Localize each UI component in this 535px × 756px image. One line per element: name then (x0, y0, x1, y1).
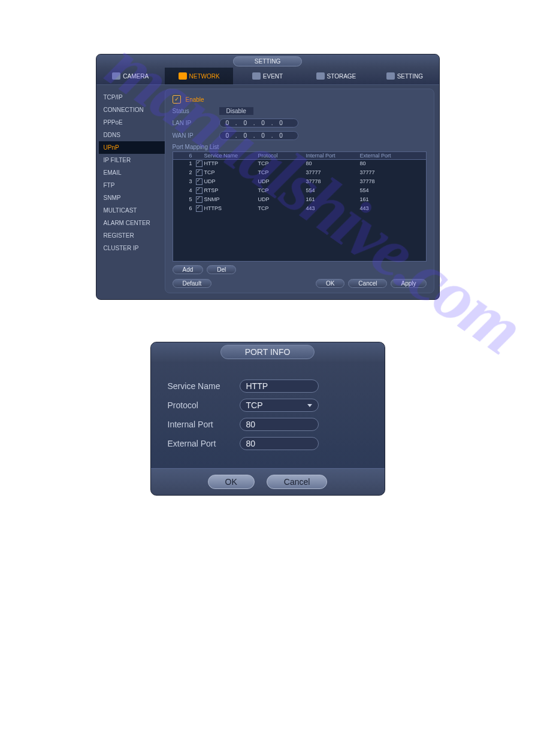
table-row[interactable]: 6HTTPSTCP443443 (173, 205, 426, 214)
col-internal: Internal Port (306, 153, 360, 159)
row-checkbox[interactable] (196, 178, 202, 185)
tabbar: CAMERA NETWORK EVENT STORAGE SETTING (96, 68, 439, 85)
row-checkbox[interactable] (196, 196, 202, 203)
protocol-select[interactable]: TCP (240, 399, 319, 412)
tab-storage[interactable]: STORAGE (302, 68, 370, 84)
setting-icon (386, 72, 395, 80)
titlebar: SETTING (96, 54, 439, 68)
sidebar-item-ipfilter[interactable]: IP FILTER (99, 154, 165, 166)
del-button[interactable]: Del (207, 265, 236, 274)
enable-checkbox[interactable]: ✓ (173, 95, 181, 104)
ok-button[interactable]: OK (316, 279, 344, 288)
tab-network[interactable]: NETWORK (165, 68, 233, 84)
tab-label: CAMERA (123, 73, 149, 80)
table-row[interactable]: 3UDPUDP3777837778 (173, 178, 426, 187)
table-row[interactable]: 4RTSPTCP554554 (173, 187, 426, 196)
col-count: 6 (177, 153, 196, 159)
enable-label: Enable (186, 96, 204, 103)
tab-label: SETTING (397, 73, 423, 80)
window-title: SETTING (233, 56, 302, 66)
lanip-field[interactable]: 0 . 0 . 0 . 0 (219, 119, 298, 127)
maplist-label: Port Mapping List (173, 144, 427, 150)
status-label: Status (173, 108, 214, 114)
tab-event[interactable]: EVENT (233, 68, 301, 84)
add-button[interactable]: Add (173, 265, 204, 274)
row-checkbox[interactable] (196, 205, 202, 212)
wanip-field[interactable]: 0 . 0 . 0 . 0 (219, 131, 298, 140)
service-input[interactable]: HTTP (240, 379, 319, 393)
lanip-label: LAN IP (173, 120, 214, 126)
dialog-title: PORT INFO (220, 345, 315, 359)
network-icon (179, 72, 187, 80)
table-header: 6 Service Name Protocol Internal Port Ex… (173, 152, 426, 160)
tab-camera[interactable]: CAMERA (96, 68, 165, 84)
camera-icon (112, 72, 120, 80)
port-info-dialog: PORT INFO Service Name HTTP Protocol TCP… (150, 342, 385, 496)
extport-input[interactable]: 80 (240, 437, 319, 450)
sidebar-item-multicast[interactable]: MULTICAST (99, 204, 165, 217)
sidebar-item-ftp[interactable]: FTP (99, 179, 165, 192)
tab-label: NETWORK (189, 73, 220, 80)
sidebar-item-connection[interactable]: CONNECTION (99, 104, 165, 116)
table-row[interactable]: 1HTTPTCP8080 (173, 160, 426, 169)
port-mapping-table: 6 Service Name Protocol Internal Port Ex… (173, 151, 427, 262)
dialog-cancel-button[interactable]: Cancel (267, 475, 328, 489)
intport-input[interactable]: 80 (240, 418, 319, 431)
dialog-titlebar: PORT INFO (151, 342, 385, 362)
sidebar-item-snmp[interactable]: SNMP (99, 192, 165, 204)
tab-label: EVENT (263, 73, 283, 80)
col-external: External Port (360, 153, 408, 159)
dialog-ok-button[interactable]: OK (208, 475, 255, 489)
default-button[interactable]: Default (173, 279, 212, 288)
cancel-button[interactable]: Cancel (348, 279, 387, 288)
sidebar-item-clusterip[interactable]: CLUSTER IP (99, 242, 165, 254)
sidebar-item-ddns[interactable]: DDNS (99, 129, 165, 141)
sidebar-item-register[interactable]: REGISTER (99, 229, 165, 242)
tab-label: STORAGE (327, 73, 356, 80)
wanip-label: WAN IP (173, 132, 214, 139)
settings-window: SETTING CAMERA NETWORK EVENT STORAGE SET… (96, 54, 440, 300)
chevron-down-icon (307, 404, 312, 407)
sidebar-item-alarmcenter[interactable]: ALARM CENTER (99, 217, 165, 229)
sidebar-item-upnp[interactable]: UPnP (99, 141, 165, 154)
sidebar-item-email[interactable]: EMAIL (99, 166, 165, 179)
row-checkbox[interactable] (196, 160, 202, 167)
table-row[interactable]: 5SNMPUDP161161 (173, 196, 426, 205)
sidebar: TCP/IP CONNECTION PPPoE DDNS UPnP IP FIL… (99, 89, 165, 293)
dialog-form: Service Name HTTP Protocol TCP Internal … (151, 362, 385, 468)
status-value: Disable (219, 107, 253, 115)
col-service: Service Name (204, 153, 258, 159)
dialog-footer: OK Cancel (151, 468, 385, 495)
col-protocol: Protocol (258, 153, 306, 159)
service-label: Service Name (168, 381, 240, 391)
table-row[interactable]: 2TCPTCP3777737777 (173, 169, 426, 178)
content-pane: ✓ Enable Status Disable LAN IP 0 . 0 . 0… (165, 89, 434, 293)
storage-icon (316, 72, 325, 80)
tab-setting[interactable]: SETTING (370, 68, 439, 84)
body: TCP/IP CONNECTION PPPoE DDNS UPnP IP FIL… (96, 85, 439, 299)
protocol-label: Protocol (168, 400, 240, 410)
sidebar-item-tcpip[interactable]: TCP/IP (99, 91, 165, 104)
apply-button[interactable]: Apply (391, 279, 426, 288)
row-checkbox[interactable] (196, 187, 202, 194)
sidebar-item-pppoe[interactable]: PPPoE (99, 116, 165, 129)
extport-label: External Port (168, 439, 240, 448)
intport-label: Internal Port (168, 420, 240, 429)
event-icon (252, 72, 261, 80)
row-checkbox[interactable] (196, 169, 202, 176)
